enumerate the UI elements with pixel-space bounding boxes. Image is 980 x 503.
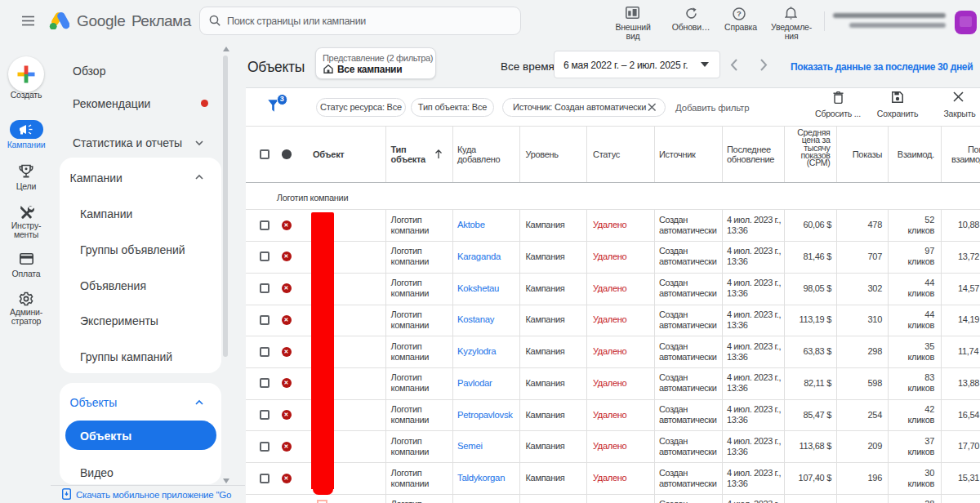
svg-text:?: ?: [737, 9, 742, 18]
